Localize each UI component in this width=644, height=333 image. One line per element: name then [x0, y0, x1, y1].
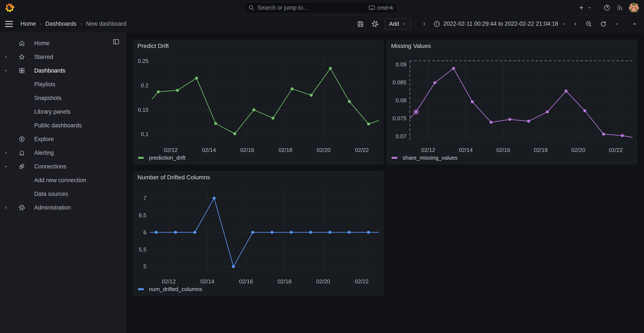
svg-text:02/22: 02/22 [355, 147, 369, 153]
sidebar-item-explore[interactable]: Explore [0, 132, 126, 146]
svg-text:0.25: 0.25 [138, 58, 148, 64]
dock-menu-button[interactable] [112, 38, 120, 46]
chevron-right-icon [3, 54, 8, 60]
svg-text:02/12: 02/12 [164, 147, 178, 153]
svg-text:02/22: 02/22 [355, 278, 368, 285]
svg-text:02/20: 02/20 [571, 147, 585, 153]
time-range-text: 2022-02-11 00:29:44 to 2022-02-22 21:04:… [444, 21, 558, 27]
clock-icon [433, 20, 440, 28]
sidebar-item-label: Administration [34, 204, 71, 211]
svg-text:02/16: 02/16 [496, 147, 510, 153]
breadcrumb: Home›Dashboards›New dashboard [20, 21, 126, 27]
breadcrumb-separator: › [40, 21, 42, 27]
topbar-divider [598, 4, 598, 11]
legend-swatch [138, 288, 144, 290]
sidebar-item-starred[interactable]: Starred [0, 50, 126, 64]
expand-toggle[interactable] [3, 150, 9, 156]
dock-icon [112, 38, 120, 45]
breadcrumb-item-home[interactable]: Home [20, 21, 36, 27]
save-dashboard-button[interactable] [356, 19, 366, 29]
chevron-down-icon [614, 22, 620, 27]
expand-toggle[interactable] [3, 54, 9, 60]
bell-icon [18, 149, 25, 156]
sidebar-item-label: Starred [34, 54, 53, 60]
dashboard-settings-button[interactable] [370, 19, 380, 29]
legend-label[interactable]: prediction_drift [149, 155, 186, 161]
svg-text:6.5: 6.5 [139, 212, 146, 218]
svg-text:5: 5 [144, 263, 146, 270]
svg-text:02/20: 02/20 [317, 147, 330, 153]
svg-text:02/18: 02/18 [278, 278, 292, 285]
sidebar-item-playlists[interactable]: Playlists [0, 78, 126, 91]
chevron-down-icon [3, 68, 8, 73]
collapse-toolbar-button[interactable] [630, 20, 639, 28]
sidebar-item-snapshots[interactable]: Snapshots [0, 91, 126, 105]
chevron-up-icon [632, 21, 638, 27]
dashboard-toolbar: Home›Dashboards›New dashboard Add [0, 16, 644, 33]
svg-text:6: 6 [144, 229, 146, 236]
svg-text:5.5: 5.5 [139, 246, 146, 253]
expand-toggle[interactable] [3, 164, 9, 169]
legend-label[interactable]: num_drifted_columns [149, 286, 202, 292]
sidebar-item-home[interactable]: Home [0, 36, 126, 50]
chevron-down-icon [587, 5, 592, 10]
time-shift-forward-button[interactable] [571, 20, 579, 28]
topbar-actions [578, 0, 639, 16]
expand-toggle[interactable] [3, 205, 9, 210]
help-button[interactable] [604, 4, 611, 11]
sidebar-item-public-dashboards[interactable]: Public dashboards [0, 119, 126, 132]
breadcrumb-item-new-dashboard: New dashboard [86, 21, 126, 27]
svg-text:0.09: 0.09 [396, 61, 406, 68]
chevron-down-icon [402, 22, 406, 26]
refresh-interval-dropdown[interactable] [613, 20, 621, 28]
num-drifted-columns-chart[interactable]: 76.565.5502/1202/1402/1602/1802/2002/22 [133, 171, 384, 296]
user-avatar[interactable] [629, 3, 639, 13]
dashboard-canvas: 0.250.20.150.102/1202/1402/1602/1802/200… [126, 33, 644, 333]
chevron-right-icon [572, 21, 578, 27]
time-range-picker[interactable]: 2022-02-11 00:29:44 to 2022-02-22 21:04:… [433, 20, 566, 28]
breadcrumb-item-dashboards[interactable]: Dashboards [45, 21, 76, 27]
svg-text:0.085: 0.085 [392, 79, 406, 86]
panel-title[interactable]: Number of Drifted Columns [138, 174, 210, 181]
legend-swatch [138, 157, 144, 159]
sidebar-item-label: Connections [34, 163, 66, 170]
legend-label[interactable]: share_missing_values [402, 155, 458, 161]
panel-title[interactable]: Missing Values [391, 43, 431, 50]
missing-values-chart[interactable]: 0.090.0850.080.0750.0702/1202/1402/1602/… [387, 40, 637, 165]
keyboard-icon [368, 4, 375, 11]
svg-text:02/16: 02/16 [239, 278, 253, 285]
svg-text:02/22: 02/22 [609, 147, 622, 153]
menu-icon[interactable] [5, 21, 13, 27]
sidebar-item-dashboards[interactable]: Dashboards [0, 64, 126, 78]
panel-legend: prediction_drift [138, 155, 186, 161]
svg-text:02/14: 02/14 [200, 278, 214, 285]
search-input[interactable]: Search or jump to... cmd+k [244, 2, 397, 13]
add-panel-button[interactable]: Add [385, 19, 411, 30]
news-button[interactable] [616, 4, 624, 11]
zoom-out-time-button[interactable] [584, 19, 594, 29]
expand-toggle[interactable] [3, 68, 9, 73]
gear-icon [18, 204, 25, 211]
sidebar-item-label: Snapshots [34, 95, 62, 101]
new-dropdown-button[interactable] [578, 4, 592, 11]
time-shift-back-button[interactable] [420, 20, 428, 28]
panel-missing-values: 0.090.0850.080.0750.0702/1202/1402/1602/… [386, 40, 637, 164]
panel-legend: num_drifted_columns [138, 286, 202, 292]
chevron-down-icon[interactable] [561, 22, 566, 27]
sidebar-item-label: Library panels [34, 109, 70, 115]
sidebar-item-label: Alerting [34, 150, 54, 156]
sidebar-item-administration[interactable]: Administration [0, 201, 126, 214]
sidebar-item-library-panels[interactable]: Library panels [0, 105, 126, 119]
panel-title[interactable]: Predict Drift [138, 43, 169, 50]
grafana-logo[interactable] [5, 3, 14, 13]
chevron-right-icon [3, 150, 8, 156]
sidebar-item-connections[interactable]: Connections [0, 160, 126, 173]
sidebar-item-data-sources[interactable]: Data sources [0, 187, 126, 201]
predict-drift-chart[interactable]: 0.250.20.150.102/1202/1402/1602/1802/200… [133, 40, 384, 165]
sidebar-item-add-new-connection[interactable]: Add new connection [0, 173, 126, 187]
svg-text:0.1: 0.1 [141, 131, 148, 137]
panel-legend: share_missing_values [392, 155, 458, 161]
refresh-button[interactable] [598, 19, 608, 29]
svg-text:02/12: 02/12 [162, 278, 176, 285]
sidebar-item-alerting[interactable]: Alerting [0, 146, 126, 160]
